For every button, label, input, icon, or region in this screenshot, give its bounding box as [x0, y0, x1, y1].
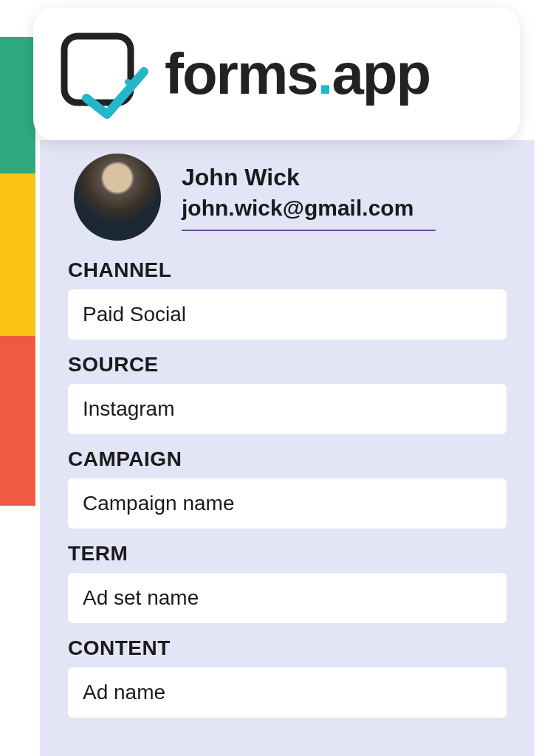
logo-text: forms.app — [165, 41, 430, 108]
user-name: John Wick — [182, 164, 413, 191]
field-content-label: CONTENT — [68, 636, 506, 660]
logo-icon — [54, 26, 150, 122]
field-content: CONTENT — [68, 636, 506, 718]
term-input[interactable] — [68, 573, 506, 623]
source-input[interactable] — [68, 384, 506, 434]
decorative-strip-green — [0, 37, 35, 173]
user-email: john.wick@gmail.com — [182, 196, 413, 221]
field-channel: CHANNEL — [68, 258, 506, 340]
logo-text-dot: . — [317, 41, 332, 106]
user-info: John Wick john.wick@gmail.com — [182, 164, 436, 231]
field-channel-label: CHANNEL — [68, 258, 506, 282]
channel-input[interactable] — [68, 289, 506, 340]
field-term-label: TERM — [68, 542, 506, 566]
user-row: John Wick john.wick@gmail.com — [68, 154, 506, 241]
form-panel: John Wick john.wick@gmail.com CHANNEL SO… — [40, 140, 535, 756]
avatar — [74, 154, 161, 241]
decorative-strip-yellow — [0, 173, 35, 336]
logo-text-part2: app — [332, 41, 430, 106]
svg-point-1 — [125, 79, 131, 85]
logo-text-part1: forms — [165, 41, 317, 106]
campaign-input[interactable] — [68, 478, 506, 529]
brand-header: forms.app — [33, 7, 520, 140]
decorative-strip-red — [0, 336, 35, 506]
field-source-label: SOURCE — [68, 353, 506, 377]
field-term: TERM — [68, 542, 506, 623]
field-source: SOURCE — [68, 353, 506, 434]
field-campaign: CAMPAIGN — [68, 447, 506, 529]
field-campaign-label: CAMPAIGN — [68, 447, 506, 471]
content-input[interactable] — [68, 667, 506, 718]
